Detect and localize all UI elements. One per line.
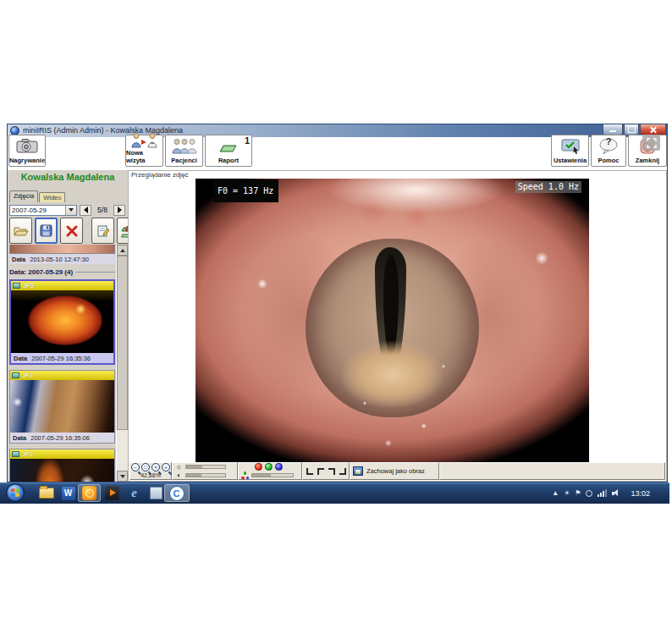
thumbnail-date-label: Data 2007-05-29 16:35:36 — [11, 353, 113, 363]
small-window-icon — [150, 487, 162, 499]
thumbnail-date-label: Data 2007-05-29 16:35:06 — [10, 433, 114, 443]
word-icon: W — [62, 487, 75, 500]
taskbar-word-button[interactable]: W — [60, 485, 76, 501]
new-visit-button[interactable]: Nowa wizyta — [125, 135, 163, 167]
corner-top-left-button[interactable] — [317, 468, 324, 475]
contrast-slider[interactable] — [185, 473, 226, 477]
corner-top-right-button[interactable] — [328, 468, 335, 475]
dropdown-button[interactable] — [65, 206, 76, 215]
speaker-icon[interactable] — [612, 489, 620, 497]
tray-status-icon[interactable] — [586, 490, 592, 497]
open-button[interactable] — [9, 218, 32, 244]
date-value: 2007-05-29 16:35:36 — [31, 355, 91, 362]
edit-note-button[interactable] — [91, 218, 114, 244]
taskbar-ie-button[interactable]: e — [126, 485, 142, 501]
f0-overlay: F0 = 137 Hz — [214, 179, 278, 202]
blue-channel-button[interactable] — [275, 463, 283, 471]
export-button[interactable] — [117, 218, 128, 244]
control-bar-filler — [439, 462, 665, 480]
orange-app-icon — [82, 486, 96, 500]
red-channel-button[interactable] — [255, 463, 262, 471]
zoom-window-icon: □ — [144, 465, 147, 470]
brightness-slider[interactable] — [185, 465, 226, 469]
taskbar-clock[interactable]: 13:02 — [631, 489, 650, 498]
camera-icon — [14, 135, 40, 157]
settings-button[interactable]: Ustawienia — [551, 135, 589, 167]
network-signal-icon[interactable] — [598, 489, 607, 497]
zoom-fit-button[interactable]: × — [151, 463, 160, 471]
help-button[interactable]: ? Pomoc — [591, 135, 626, 167]
thumbnail-item[interactable]: JPG — [9, 449, 115, 482]
report-icon: 1 — [218, 135, 240, 157]
zoom-window-button[interactable]: □ — [141, 463, 150, 471]
scrollbar-thumb[interactable] — [117, 256, 128, 430]
zoom-in-button[interactable]: + — [162, 463, 170, 471]
thumbnail-image-endoscopy[interactable] — [10, 459, 114, 482]
date-filter-select[interactable]: 2007-05-29 — [9, 205, 77, 216]
edit-note-icon — [96, 224, 110, 238]
thumbnail-item[interactable]: JPG Data 2007-05-29 16:35:06 — [9, 370, 115, 444]
scroll-down-button[interactable] — [117, 471, 128, 482]
chevron-down-icon — [69, 208, 74, 212]
zoom-out-button[interactable]: − — [131, 463, 140, 471]
action-center-flag-icon[interactable]: ⚑ — [575, 490, 581, 497]
endoscopy-image[interactable]: F0 = 137 Hz Speed 1.0 Hz — [196, 179, 589, 463]
delete-button[interactable] — [60, 218, 83, 244]
internet-explorer-icon: e — [131, 487, 137, 499]
capture-corners-icon — [647, 138, 657, 148]
taskbar-window-button[interactable] — [148, 485, 164, 501]
date-filter-value: 2007-05-29 — [12, 207, 47, 214]
taskbar-media-button[interactable] — [104, 485, 120, 501]
date-value: 2007-05-29 16:35:06 — [30, 434, 90, 442]
taskbar-orange-app-button[interactable] — [81, 485, 97, 501]
tab-zdjecia[interactable]: Zdjęcia — [9, 190, 38, 202]
corner-bottom-left-button[interactable] — [306, 468, 313, 475]
sidebar-toolbar — [9, 218, 128, 245]
jpg-badge: JPG — [22, 451, 33, 457]
arrow-up-icon — [120, 249, 125, 252]
minimize-icon — [609, 130, 616, 132]
next-image-button[interactable] — [113, 205, 125, 216]
color-slider[interactable] — [251, 473, 294, 477]
taskbar-explorer-button[interactable] — [38, 485, 54, 501]
tab-wideo[interactable]: Wideo — [39, 192, 65, 202]
taskbar-miniiris-button[interactable]: C — [168, 485, 185, 501]
report-label: Raport — [218, 157, 239, 164]
patient-name: Kowalska Magdalena — [8, 172, 128, 182]
green-channel-button[interactable] — [265, 463, 273, 471]
scroll-up-button[interactable] — [117, 245, 128, 256]
system-tray: ▲ ☀ ⚑ 13:02 — [552, 482, 650, 504]
image-viewer-panel: Przeglądanie zdjęć F0 = 137 Hz Speed 1.0… — [128, 170, 667, 482]
report-button[interactable]: 1 Raport — [205, 135, 252, 167]
settings-icon — [559, 135, 581, 157]
record-label: Nagrywanie — [9, 157, 45, 164]
contrast-slider-fill — [186, 474, 201, 477]
save-button[interactable] — [35, 218, 58, 244]
patients-icon — [170, 135, 199, 157]
save-as-image-label: Zachowaj jako obraz — [366, 467, 425, 475]
close-icon — [650, 126, 657, 133]
record-button[interactable]: Nagrywanie — [8, 135, 46, 167]
tray-expand-button[interactable]: ▲ — [552, 490, 559, 497]
thumbnail-image-endoscopy[interactable] — [10, 380, 114, 433]
patients-button[interactable]: Pacjenci — [165, 135, 203, 167]
export-icon — [121, 224, 128, 238]
arrow-down-icon — [120, 475, 125, 478]
jpg-badge-strip: JPG — [10, 449, 114, 459]
start-button[interactable] — [6, 483, 25, 502]
save-as-image-button[interactable]: Zachowaj jako obraz — [350, 462, 439, 480]
contrast-icon: ◐ — [175, 472, 183, 479]
sidebar-tabs: Zdjęcia Wideo — [9, 190, 65, 202]
speed-overlay: Speed 1.0 Hz — [515, 181, 581, 193]
prev-image-button[interactable] — [80, 205, 91, 216]
thumbnail-image-fundus[interactable] — [11, 290, 113, 353]
tray-sun-icon[interactable]: ☀ — [564, 490, 570, 497]
save-floppy-icon — [40, 224, 52, 237]
close-app-label: Zamknij — [636, 157, 659, 164]
report-count-badge: 1 — [245, 135, 250, 146]
corner-bottom-right-button[interactable] — [339, 468, 346, 475]
thumbnail-selected[interactable]: JPG Data 2007-05-29 16:35:36 — [9, 279, 115, 365]
thumbnail-scrollbar[interactable] — [116, 245, 128, 482]
zoom-out-icon: − — [134, 465, 137, 470]
thumbnail-partial-image[interactable] — [9, 245, 115, 254]
